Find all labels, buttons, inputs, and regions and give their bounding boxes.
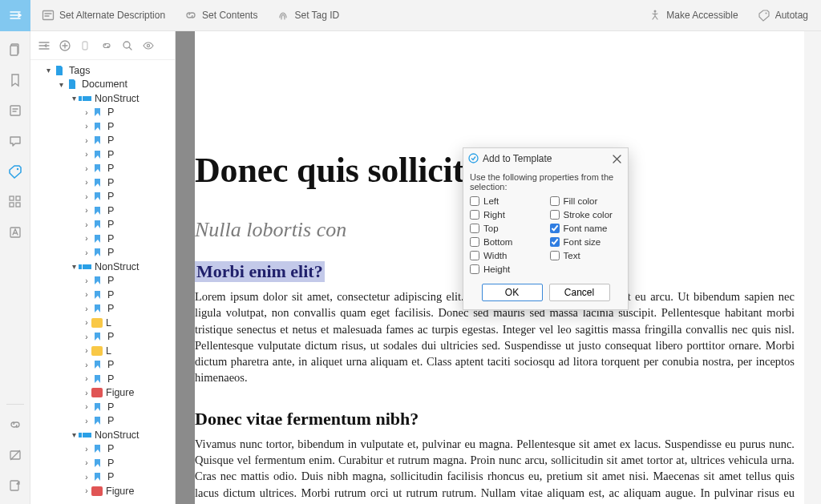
tree-row-p[interactable]: ›P bbox=[30, 232, 175, 246]
search-tag-button[interactable] bbox=[120, 38, 135, 53]
tags-tree[interactable]: ▾Tags ▾Document ▾NonStruct ›P ›P ›P ›P ›… bbox=[30, 60, 175, 504]
tree-row-l[interactable]: ›L bbox=[30, 344, 175, 358]
cancel-button[interactable]: Cancel bbox=[549, 284, 610, 301]
list-icon bbox=[91, 346, 103, 356]
tree-row-nonstruct[interactable]: ▾NonStruct bbox=[30, 428, 175, 442]
ok-button[interactable]: OK bbox=[482, 284, 543, 301]
svg-point-17 bbox=[147, 44, 149, 46]
dialog-titlebar[interactable]: Add to Template bbox=[463, 148, 628, 169]
tree-row-l[interactable]: ›L bbox=[30, 316, 175, 330]
panel-toggle-button[interactable] bbox=[0, 0, 30, 31]
checkbox-top[interactable]: Top bbox=[470, 224, 542, 233]
tree-label: P bbox=[107, 177, 114, 188]
checkbox-stroke-color[interactable]: Stroke color bbox=[550, 210, 622, 220]
tree-row-p[interactable]: ›P bbox=[30, 400, 175, 414]
nonstruct-icon bbox=[79, 429, 91, 441]
tree-label: P bbox=[107, 359, 114, 370]
tree-row-p[interactable]: ›P bbox=[30, 288, 175, 302]
tree-row-p[interactable]: ›P bbox=[30, 162, 175, 176]
add-tag-button[interactable] bbox=[58, 38, 72, 53]
svg-point-2 bbox=[765, 13, 766, 14]
tree-row-p[interactable]: ›P bbox=[30, 147, 175, 162]
tree-label: Document bbox=[82, 79, 127, 90]
heading-selected[interactable]: Morbi enim elit? bbox=[195, 261, 325, 282]
tree-row-tags[interactable]: ▾Tags bbox=[30, 63, 175, 78]
tree-row-p[interactable]: ›P bbox=[30, 218, 175, 232]
tree-row-p[interactable]: ›P bbox=[30, 175, 175, 190]
tree-row-p[interactable]: ›P bbox=[30, 372, 175, 386]
tree-row-p[interactable]: ›P bbox=[30, 246, 175, 260]
dialog-close-button[interactable] bbox=[610, 152, 623, 165]
checkbox-bottom[interactable]: Bottom bbox=[470, 237, 542, 247]
tree-row-nonstruct[interactable]: ▾NonStruct bbox=[30, 260, 175, 274]
paragraph-icon bbox=[91, 458, 104, 469]
tree-row-p[interactable]: ›P bbox=[30, 330, 175, 345]
tree-row-figure[interactable]: ›Figure bbox=[30, 484, 175, 498]
panel-toggle-icon bbox=[8, 8, 22, 22]
tree-row-p[interactable]: ›P bbox=[30, 274, 175, 288]
checkbox-right[interactable]: Right bbox=[470, 210, 542, 220]
dialog-subtitle: Use the following properties from the se… bbox=[463, 169, 628, 196]
tree-label: NonStruct bbox=[95, 429, 140, 441]
tree-row-p[interactable]: ›P bbox=[30, 190, 175, 204]
make-accessible-button[interactable]: Make Accessible bbox=[641, 6, 746, 25]
tree-row-p[interactable]: ›P bbox=[30, 358, 175, 373]
tree-row-document[interactable]: ▾Document bbox=[30, 78, 175, 92]
nonstruct-icon bbox=[79, 93, 91, 104]
add-to-template-dialog: Add to Template Use the following proper… bbox=[463, 147, 629, 310]
set-tag-id-button[interactable]: Set Tag ID bbox=[269, 6, 347, 25]
tags-rail-button[interactable] bbox=[3, 159, 27, 183]
autotag-button[interactable]: Autotag bbox=[750, 6, 816, 25]
tree-label: NonStruct bbox=[95, 261, 140, 272]
image-off-rail-button[interactable] bbox=[3, 443, 27, 467]
set-contents-button[interactable]: Set Contents bbox=[176, 6, 265, 25]
bookmarks-rail-button[interactable] bbox=[3, 68, 27, 92]
svg-rect-4 bbox=[10, 46, 18, 55]
checkbox-font-size[interactable]: Font size bbox=[550, 237, 622, 247]
checkbox-width[interactable]: Width bbox=[470, 251, 542, 260]
set-alternate-description-button[interactable]: Set Alternate Description bbox=[34, 6, 173, 25]
text-rail-button[interactable] bbox=[3, 220, 27, 244]
pages-rail-button[interactable] bbox=[3, 38, 27, 62]
svg-point-1 bbox=[654, 10, 657, 13]
svg-rect-20 bbox=[79, 264, 82, 269]
svg-rect-23 bbox=[83, 433, 91, 437]
set-alt-desc-label: Set Alternate Description bbox=[59, 10, 165, 21]
tree-row-p[interactable]: ›P bbox=[30, 470, 175, 485]
tree-row-nonstruct[interactable]: ▾NonStruct bbox=[30, 91, 175, 106]
tree-label: P bbox=[107, 107, 114, 118]
link-tag-button[interactable] bbox=[99, 38, 114, 53]
paragraph-icon bbox=[91, 205, 104, 216]
content-rail-button[interactable] bbox=[3, 99, 27, 123]
paragraph-icon bbox=[91, 163, 104, 174]
accessibility-icon bbox=[649, 9, 661, 22]
move-tag-button[interactable] bbox=[79, 38, 93, 53]
link-rail-button[interactable] bbox=[3, 413, 27, 437]
tree-row-p[interactable]: ›P bbox=[30, 119, 175, 134]
tree-row-p[interactable]: ›P bbox=[30, 302, 175, 317]
tree-row-p[interactable]: ›P bbox=[30, 442, 175, 457]
tags-root-icon bbox=[53, 65, 66, 76]
tree-label: P bbox=[107, 247, 114, 258]
checkbox-text[interactable]: Text bbox=[550, 251, 622, 260]
order-rail-button[interactable] bbox=[3, 190, 27, 214]
tree-row-p[interactable]: ›P bbox=[30, 456, 175, 470]
page-gutter bbox=[176, 31, 195, 504]
comments-rail-button[interactable] bbox=[3, 129, 27, 153]
tree-row-p[interactable]: ›P bbox=[30, 106, 175, 120]
tree-row-p[interactable]: ›P bbox=[30, 204, 175, 218]
dialog-icon bbox=[468, 153, 479, 164]
export-rail-button[interactable] bbox=[3, 474, 27, 498]
checkbox-fill-color[interactable]: Fill color bbox=[550, 196, 622, 206]
checkbox-height[interactable]: Height bbox=[470, 264, 542, 274]
paragraph-icon bbox=[91, 177, 104, 188]
checkbox-font-name[interactable]: Font name bbox=[550, 224, 622, 233]
tree-row-p[interactable]: ›P bbox=[30, 414, 175, 429]
tree-row-figure[interactable]: ›Figure bbox=[30, 386, 175, 401]
checkbox-left[interactable]: Left bbox=[470, 196, 542, 206]
tree-row-p[interactable]: ›P bbox=[30, 134, 175, 148]
svg-point-24 bbox=[469, 154, 478, 163]
panel-collapse-button[interactable] bbox=[37, 38, 51, 53]
view-tag-button[interactable] bbox=[141, 38, 156, 53]
svg-rect-10 bbox=[16, 203, 20, 207]
